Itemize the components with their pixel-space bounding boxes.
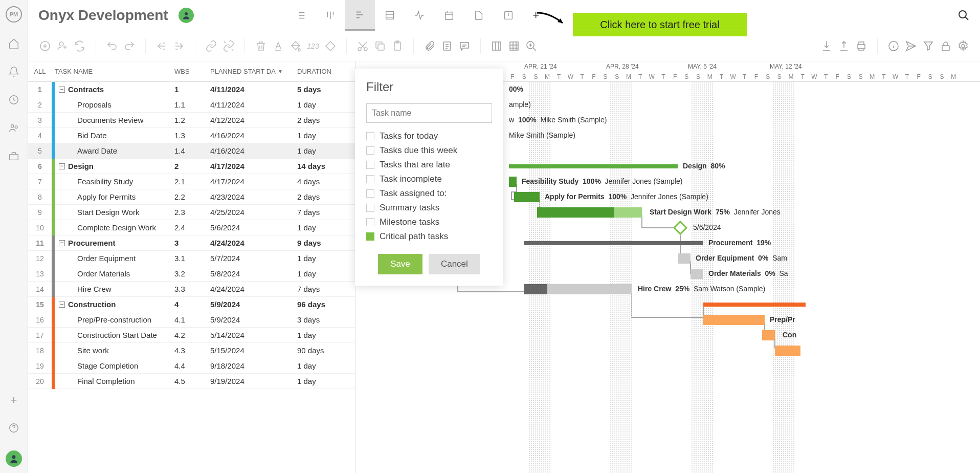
activity-view-tab[interactable] [405, 0, 434, 31]
task-row[interactable]: 8 Apply for Permits 2.2 4/23/2024 2 days [28, 189, 355, 205]
board-view-tab[interactable] [316, 0, 345, 31]
filter-option[interactable]: Task incomplete [366, 172, 492, 186]
grid-icon[interactable] [507, 39, 521, 53]
filter-save-button[interactable]: Save [378, 254, 422, 274]
col-name-header[interactable]: TASK NAME [52, 68, 174, 75]
filter-taskname-input[interactable] [366, 103, 492, 123]
filter-option[interactable]: Tasks due this week [366, 143, 492, 158]
task-row[interactable]: 16 Prep/Pre-construction 4.1 5/9/2024 3 … [28, 312, 355, 328]
send-icon[interactable] [904, 39, 918, 53]
task-row[interactable]: 1 − Contracts 1 4/11/2024 5 days [28, 82, 355, 97]
task-row[interactable]: 10 Complete Design Work 2.4 5/6/2024 1 d… [28, 220, 355, 235]
col-dur-header[interactable]: DURATION [297, 68, 355, 75]
filter-option[interactable]: Critical path tasks [366, 229, 492, 244]
logo-pm[interactable]: PM [6, 6, 22, 23]
gantt-bar[interactable] [703, 315, 765, 325]
task-row[interactable]: 11 − Procurement 3 4/24/2024 9 days [28, 235, 355, 251]
gantt-bar[interactable] [678, 253, 691, 264]
risk-view-tab[interactable] [494, 0, 523, 31]
gantt-bar[interactable] [509, 164, 678, 168]
filter-option[interactable]: Milestone tasks [366, 215, 492, 229]
link-icon[interactable] [205, 39, 218, 53]
checkbox-icon[interactable] [366, 204, 374, 212]
unlink-icon[interactable] [222, 39, 235, 53]
note-icon[interactable] [440, 39, 454, 53]
gantt-bar[interactable] [514, 192, 540, 202]
task-row[interactable]: 4 Bid Date 1.3 4/16/2024 1 day [28, 128, 355, 143]
col-wbs-header[interactable]: WBS [174, 68, 210, 75]
filter-option[interactable]: Summary tasks [366, 201, 492, 215]
lock-icon[interactable] [939, 39, 952, 53]
user-avatar[interactable] [6, 450, 22, 467]
home-icon[interactable] [8, 38, 19, 51]
milestone-icon[interactable] [324, 39, 337, 53]
gantt-bar[interactable] [524, 284, 547, 294]
task-row[interactable]: 7 Feasibility Study 2.1 4/17/2024 4 days [28, 174, 355, 189]
gantt-view-tab[interactable] [345, 0, 375, 31]
delete-icon[interactable] [254, 39, 268, 53]
gantt-bar[interactable] [703, 303, 806, 307]
filter-icon[interactable] [922, 39, 935, 53]
list-view-tab[interactable] [286, 0, 316, 31]
search-icon[interactable] [957, 9, 970, 23]
gantt-bar[interactable] [537, 207, 614, 218]
fill-color-icon[interactable] [289, 39, 302, 53]
columns-icon[interactable] [490, 39, 503, 53]
checkbox-icon[interactable] [366, 175, 374, 183]
col-all-header[interactable]: ALL [28, 68, 52, 75]
people-icon[interactable] [8, 122, 19, 135]
filter-option[interactable]: Tasks for today [366, 129, 492, 143]
info-icon[interactable] [887, 39, 900, 53]
project-avatar[interactable] [179, 8, 194, 23]
gantt-bar[interactable] [775, 346, 800, 356]
collapse-icon[interactable]: − [59, 240, 65, 246]
checkbox-icon[interactable] [366, 132, 374, 140]
file-view-tab[interactable] [464, 0, 494, 31]
text-color-icon[interactable] [272, 39, 285, 53]
task-row[interactable]: 5 Award Date 1.4 4/16/2024 1 day [28, 143, 355, 159]
checkbox-icon[interactable] [366, 232, 374, 241]
task-row[interactable]: 9 Start Design Work 2.3 4/25/2024 7 days [28, 205, 355, 220]
collapse-icon[interactable]: − [59, 163, 65, 169]
task-row[interactable]: 20 Final Completion 4.5 9/19/2024 1 day [28, 374, 355, 389]
clock-icon[interactable] [8, 94, 19, 107]
gantt-bar[interactable] [614, 207, 642, 218]
checkbox-icon[interactable] [366, 161, 374, 169]
briefcase-icon[interactable] [8, 150, 19, 163]
zoom-icon[interactable] [525, 39, 538, 53]
gantt-bar[interactable] [524, 241, 703, 245]
settings-icon[interactable] [956, 39, 970, 53]
calendar-view-tab[interactable] [434, 0, 464, 31]
assign-icon[interactable] [56, 39, 69, 53]
import-icon[interactable] [820, 39, 833, 53]
redo-icon[interactable] [123, 39, 136, 53]
collapse-icon[interactable]: − [59, 302, 65, 308]
filter-option[interactable]: Tasks that are late [366, 158, 492, 172]
task-row[interactable]: 6 − Design 2 4/17/2024 14 days [28, 159, 355, 174]
collapse-icon[interactable]: − [59, 87, 65, 93]
gantt-bar[interactable] [547, 284, 632, 294]
attachment-icon[interactable] [423, 39, 436, 53]
task-row[interactable]: 14 Hire Crew 3.3 4/24/2024 7 days [28, 282, 355, 297]
paste-icon[interactable] [391, 39, 404, 53]
indent-icon[interactable] [172, 39, 186, 53]
task-row[interactable]: 2 Proposals 1.1 4/11/2024 1 day [28, 97, 355, 113]
add-icon[interactable]: + [11, 394, 17, 407]
cut-icon[interactable] [356, 39, 369, 53]
task-row[interactable]: 19 Stage Completion 4.4 9/18/2024 1 day [28, 358, 355, 374]
wbs-number-icon[interactable]: 123 [306, 39, 320, 53]
task-row[interactable]: 17 Construction Start Date 4.2 5/14/2024… [28, 328, 355, 343]
filter-option[interactable]: Task assigned to: [366, 186, 492, 201]
col-start-header[interactable]: PLANNED START DA▼ [210, 68, 297, 75]
checkbox-icon[interactable] [366, 189, 374, 198]
export-icon[interactable] [837, 39, 851, 53]
gantt-bar[interactable] [509, 177, 517, 187]
filter-cancel-button[interactable]: Cancel [429, 254, 480, 274]
comment-icon[interactable] [458, 39, 471, 53]
checkbox-icon[interactable] [366, 146, 374, 155]
copy-icon[interactable] [373, 39, 387, 53]
gantt-bar[interactable] [691, 269, 703, 279]
checkbox-icon[interactable] [366, 218, 374, 226]
help-icon[interactable] [8, 422, 19, 435]
sheet-view-tab[interactable] [375, 0, 405, 31]
